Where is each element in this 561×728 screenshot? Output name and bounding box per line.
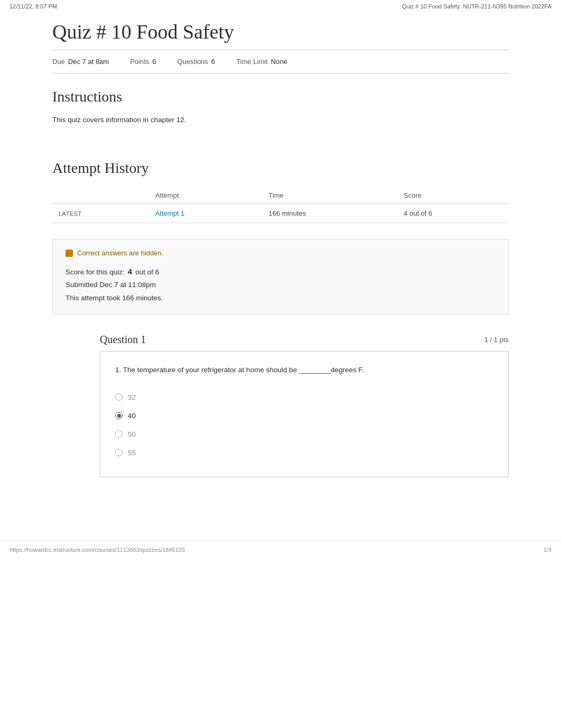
question-title: Question 1 [100,334,146,346]
attempt-history-heading: Attempt History [52,145,509,182]
score-label: Score for this quiz: [66,266,125,279]
time-limit-value: None [271,58,287,66]
score-line: Score for this quiz: 4 out of 6 [66,264,495,279]
points-item: Points 6 [130,58,156,66]
col-score-header: Score [397,187,509,204]
radio-button[interactable] [115,412,123,419]
score-number: 4 [128,264,132,279]
col-empty [52,187,149,204]
question-header-1: Question 1 1 / 1 pts [100,329,509,351]
submitted-text: Submitted Dec 7 at 11:08pm [66,279,495,291]
answer-option-3[interactable]: 50 [115,425,493,444]
due-value: Dec 7 at 8am [68,58,109,66]
row-label: LATEST [52,204,149,223]
question-points: 1 / 1 pts [484,336,509,344]
due-item: Due Dec 7 at 8am [52,58,109,66]
questions-label: Questions [177,58,209,66]
attempt-table: Attempt Time Score LATEST Attempt 1 166 … [52,187,509,223]
questions-value: 6 [211,58,215,66]
time-limit-item: Time Limit None [236,58,287,66]
question-text: 1. The temperature of your refrigerator … [115,364,493,376]
footer-url: https://howardcc.instructure.com/courses… [10,547,185,553]
row-score: 4 out of 6 [397,204,509,223]
datetime: 12/11/22, 8:07 PM [10,3,57,10]
correct-answers-notice: Correct answers are hidden. [66,249,495,257]
score-details: Score for this quiz: 4 out of 6 Submitte… [66,264,495,305]
radio-inner [117,414,121,418]
answer-label: 55 [128,449,136,457]
score-section: Correct answers are hidden. Score for th… [52,239,509,315]
radio-button[interactable] [115,430,123,438]
instructions-heading: Instructions [52,73,509,110]
footer-page: 1/3 [544,547,551,553]
table-row: LATEST Attempt 1 166 minutes 4 out of 6 [52,204,509,223]
due-label: Due [52,58,65,66]
questions-item: Questions 6 [177,58,216,66]
time-limit-label: Time Limit [236,58,267,66]
points-value: 6 [152,58,156,66]
notice-text: Correct answers are hidden. [77,249,163,257]
meta-bar: Due Dec 7 at 8am Points 6 Questions 6 Ti… [52,50,509,73]
notice-icon [66,250,73,257]
radio-button[interactable] [115,449,123,456]
col-attempt-header: Attempt [149,187,263,204]
question-content-1: 1. The temperature of your refrigerator … [100,351,509,477]
row-time: 166 minutes [262,204,397,223]
score-outof: out of 6 [135,266,159,279]
instructions-text: This quiz covers information in chapter … [52,110,509,134]
points-label: Points [130,58,149,66]
questions-container: Question 1 1 / 1 pts 1. The temperature … [52,329,509,477]
radio-button[interactable] [115,393,123,401]
answer-option-4[interactable]: 55 [115,444,493,462]
footer: https://howardcc.instructure.com/courses… [0,541,561,558]
answer-option-1[interactable]: 32 [115,388,493,407]
page-wrapper: Quiz # 10 Food Safety Due Dec 7 at 8am P… [43,13,518,509]
page-title: Quiz # 10 Food Safety: NUTR-211-N395 Nut… [402,3,551,10]
answer-label: 50 [128,430,136,438]
answer-label: 32 [128,393,136,401]
col-time-header: Time [262,187,397,204]
row-attempt[interactable]: Attempt 1 [149,204,263,223]
answer-option-2[interactable]: 40 [115,407,493,425]
question-block-1: Question 1 1 / 1 pts 1. The temperature … [100,329,509,477]
quiz-title: Quiz # 10 Food Safety [52,13,509,50]
top-bar: 12/11/22, 8:07 PM Quiz # 10 Food Safety:… [0,0,561,13]
attempt-took-text: This attempt took 166 minutes. [66,292,495,305]
attempt-history-section: Attempt History Attempt Time Score LATES… [52,145,509,223]
answer-label: 40 [128,412,136,420]
